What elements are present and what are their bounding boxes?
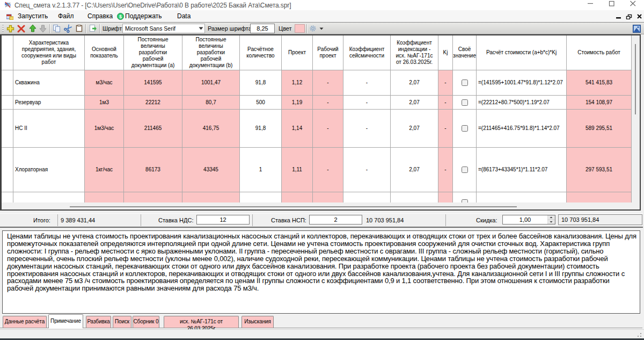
svg-text:$: $ xyxy=(119,14,122,19)
